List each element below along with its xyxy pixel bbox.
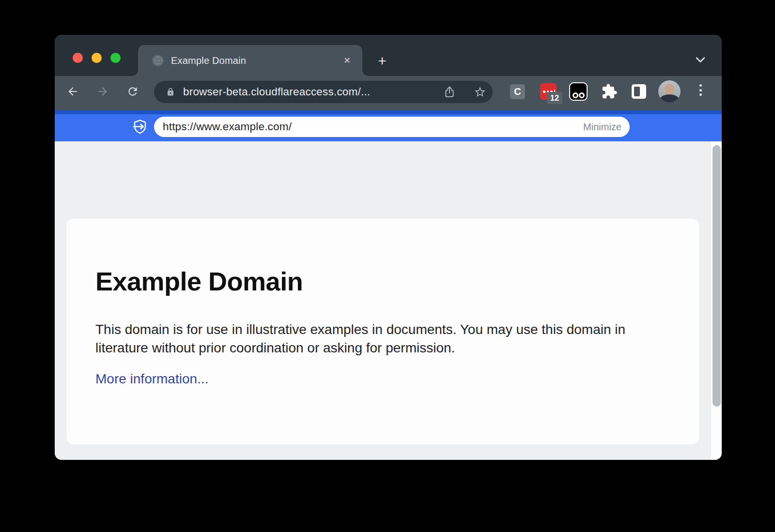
address-bar[interactable]: browser-beta.cloudflareaccess.com/... <box>154 81 493 103</box>
new-tab-button[interactable]: + <box>373 52 391 70</box>
extension-c-icon[interactable]: C <box>510 84 525 99</box>
tab-close-icon[interactable]: ✕ <box>341 45 354 76</box>
remote-browser-access-bar: https://www.example.com/ Minimize <box>55 114 722 141</box>
profile-avatar[interactable] <box>658 80 681 103</box>
remote-url-value: https://www.example.com/ <box>163 121 292 133</box>
bookmark-star-icon[interactable] <box>474 86 486 98</box>
shield-arrow-icon <box>132 119 148 136</box>
kebab-menu-icon[interactable] <box>699 84 702 96</box>
browser-toolbar: browser-beta.cloudflareaccess.com/... C … <box>55 76 722 110</box>
scrollbar-thumb[interactable] <box>713 145 721 407</box>
content-card: Example Domain This domain is for use in… <box>66 219 699 444</box>
access-bar-top-strip <box>55 110 722 114</box>
extensions-puzzle-icon[interactable] <box>601 83 618 100</box>
minimize-bar-button[interactable]: Minimize <box>583 117 621 137</box>
back-icon[interactable] <box>66 85 79 98</box>
zoom-window-button[interactable] <box>110 53 121 63</box>
globe-favicon-icon <box>152 54 164 67</box>
tab-title: Example Domain <box>171 45 246 76</box>
lock-icon[interactable] <box>166 87 175 97</box>
forward-icon[interactable] <box>96 85 109 98</box>
more-information-link[interactable]: More information... <box>95 371 208 387</box>
page-viewport: Example Domain This domain is for use in… <box>55 141 722 460</box>
close-window-button[interactable] <box>73 53 83 63</box>
remote-url-input[interactable]: https://www.example.com/ Minimize <box>154 117 630 137</box>
address-bar-url: browser-beta.cloudflareaccess.com/... <box>183 86 370 98</box>
page-title: Example Domain <box>95 266 670 296</box>
share-icon[interactable] <box>443 86 456 98</box>
screen: { "window_title": "Example Domain", "tab… <box>0 0 775 532</box>
tab-example-domain[interactable]: Example Domain ✕ <box>138 45 362 76</box>
extension-badge-count: 12 <box>547 92 562 104</box>
extension-password-icon[interactable]: 12 <box>540 83 557 100</box>
minimize-window-button[interactable] <box>92 53 102 63</box>
page-paragraph: This domain is for use in illustrative e… <box>95 320 653 357</box>
tab-strip: Example Domain ✕ + <box>55 35 722 76</box>
reload-icon[interactable] <box>126 85 139 98</box>
extension-two-circles-icon[interactable] <box>569 82 588 101</box>
side-panel-icon[interactable] <box>632 84 646 99</box>
tab-search-chevron-icon[interactable] <box>695 57 706 63</box>
browser-window: Example Domain ✕ + browser-beta.cloudfla… <box>55 35 722 460</box>
